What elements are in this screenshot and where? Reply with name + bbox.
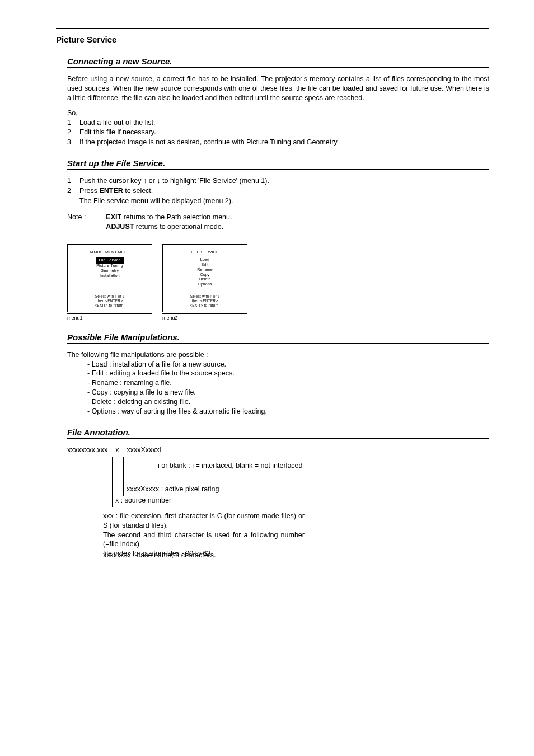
menu-2-item: Copy <box>200 273 209 278</box>
section-connecting-title: Connecting a new Source. <box>67 57 489 68</box>
step-1: Load a file out of the list. <box>79 118 156 128</box>
menu-1-caption: menu1 <box>67 313 152 321</box>
menu-1-title: ADJUSTMENT MODE <box>90 250 130 255</box>
so-label: So, <box>67 109 489 118</box>
menu-2-title: FILE SERVICE <box>191 250 219 255</box>
menu-2-item: Edit <box>202 262 209 267</box>
menu-2-box: FILE SERVICE Load Edit Rename Copy Delet… <box>162 244 247 312</box>
startup-step-2: Press ENTER to select. <box>79 186 153 196</box>
menu-1-item: Picture Tuning <box>96 264 123 269</box>
menu-1-box: ADJUSTMENT MODE File Service Picture Tun… <box>67 244 152 312</box>
ann-interlaced: i or blank : i = interlaced, blank = not… <box>158 461 303 471</box>
menu-2-caption: menu2 <box>162 313 247 321</box>
file-annotation-diagram: xxxxxxxx.xxx x xxxxXxxxxi i or blank : i… <box>67 445 489 569</box>
menu-1-item-selected: File Service <box>96 257 124 264</box>
menu-2-footer: Select with ↑ or ↓ then <ENTER> <EXIT> t… <box>163 294 247 308</box>
step-3: If the projected image is not as desired… <box>79 138 339 147</box>
manip-intro: The following file manipulations are pos… <box>67 350 489 360</box>
menu-1-item: Installation <box>100 274 120 279</box>
note-label: Note : <box>67 213 86 232</box>
note-body: EXIT returns to the Path selection menu.… <box>106 213 232 232</box>
page-title: Picture Service <box>56 35 489 44</box>
intro-paragraph: Before using a new source, a correct fil… <box>67 74 489 103</box>
menu-2-item: Rename <box>197 267 213 273</box>
manip-list: - Load : installation of a file for a ne… <box>87 360 489 416</box>
menu-2-item: Load <box>200 257 209 262</box>
startup-step-2b: The File service menu will be displayed … <box>79 196 233 206</box>
ann-pixel-rating: xxxxXxxxx : active pixel rating <box>127 485 219 494</box>
section-annotation-title: File Annotation. <box>67 428 489 439</box>
steps-list: 1Load a file out of the list. 2Edit this… <box>67 118 489 148</box>
menu-2-item: Delete <box>199 277 210 282</box>
menu-1-item: Geometry <box>101 269 119 274</box>
startup-step-1: Push the cursor key ↑ or ↓ to highlight … <box>79 176 269 186</box>
ann-source-number: x : source number <box>115 496 171 505</box>
step-2: Edit this file if necessary. <box>79 128 156 137</box>
menu-1-footer: Select with ↑ or ↓ then <ENTER> <EXIT> t… <box>68 294 152 308</box>
menu-2-item: Options <box>198 282 212 287</box>
section-startup-title: Start up the File Service. <box>67 158 489 170</box>
ann-basename: xxxxxxxx : base name, 8 characters. <box>103 551 216 560</box>
section-manipulations-title: Possible File Manipulations. <box>67 332 489 344</box>
